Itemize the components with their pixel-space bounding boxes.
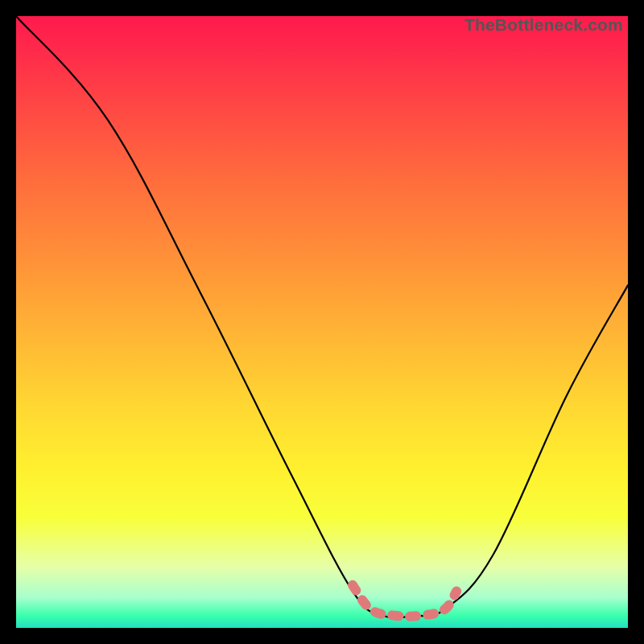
bottleneck-curve-path: [16, 16, 628, 618]
sweet-spot-marker-path: [353, 585, 456, 617]
plot-area: TheBottleneck.com: [16, 16, 628, 628]
chart-svg: [16, 16, 628, 628]
chart-frame: TheBottleneck.com: [0, 0, 644, 644]
